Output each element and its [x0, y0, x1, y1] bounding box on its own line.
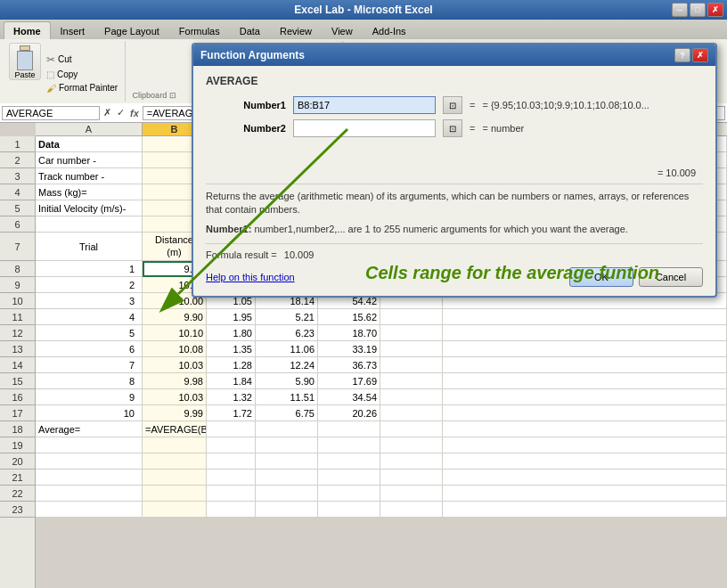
- cell-a1[interactable]: Data: [36, 136, 143, 152]
- row-15[interactable]: 15: [0, 373, 35, 389]
- cell-d16[interactable]: 11.51: [256, 389, 318, 405]
- row-7[interactable]: 7: [0, 233, 35, 261]
- tab-formulas[interactable]: Formulas: [169, 21, 230, 39]
- tab-view[interactable]: View: [322, 21, 363, 39]
- cell-b15[interactable]: 9.98: [143, 373, 207, 389]
- ok-button[interactable]: OK: [569, 267, 633, 287]
- number2-collapse-btn[interactable]: ⊡: [443, 119, 462, 137]
- row-17[interactable]: 17: [0, 405, 35, 421]
- cell-d15[interactable]: 5.90: [256, 373, 318, 389]
- cell-e14[interactable]: 36.73: [318, 357, 380, 373]
- row-3[interactable]: 3: [0, 168, 35, 184]
- cell-a9[interactable]: 2: [36, 277, 143, 293]
- cell-e16[interactable]: 34.54: [318, 389, 380, 405]
- cell-a6[interactable]: [36, 216, 143, 233]
- tab-home[interactable]: Home: [4, 21, 51, 39]
- row-2[interactable]: 2: [0, 152, 35, 168]
- cell-a5[interactable]: Initial Velocity (m/s)-: [36, 200, 143, 216]
- tab-data[interactable]: Data: [230, 21, 270, 39]
- cell-c15[interactable]: 1.84: [207, 373, 256, 389]
- tab-insert[interactable]: Insert: [51, 21, 95, 39]
- tab-addins[interactable]: Add-Ins: [363, 21, 416, 39]
- cell-c17[interactable]: 1.72: [207, 405, 256, 421]
- cell-d12[interactable]: 6.23: [256, 325, 318, 341]
- cell-b16[interactable]: 10.03: [143, 389, 207, 405]
- row-4[interactable]: 4: [0, 184, 35, 200]
- help-link[interactable]: Help on this function: [206, 272, 295, 282]
- cell-c12[interactable]: 1.80: [207, 325, 256, 341]
- cell-a4[interactable]: Mass (kg)=: [36, 184, 143, 200]
- name-box[interactable]: [2, 106, 100, 120]
- row-22[interactable]: 22: [0, 486, 35, 502]
- minimize-btn[interactable]: ─: [672, 3, 688, 17]
- row-1[interactable]: 1: [0, 136, 35, 152]
- dialog-title-controls[interactable]: ? ✗: [674, 48, 708, 62]
- cell-a11[interactable]: 4: [36, 309, 143, 325]
- row-23[interactable]: 23: [0, 502, 35, 518]
- row-12[interactable]: 12: [0, 325, 35, 341]
- cell-c14[interactable]: 1.28: [207, 357, 256, 373]
- cell-c16[interactable]: 1.32: [207, 389, 256, 405]
- cell-b18[interactable]: =AVERAGE(B8:B17): [143, 421, 207, 437]
- paste-button[interactable]: Paste: [9, 43, 41, 80]
- row-5[interactable]: 5: [0, 200, 35, 216]
- row-6[interactable]: 6: [0, 216, 35, 233]
- cell-e13[interactable]: 33.19: [318, 341, 380, 357]
- row-20[interactable]: 20: [0, 453, 35, 470]
- row-21[interactable]: 21: [0, 470, 35, 486]
- row-14[interactable]: 14: [0, 357, 35, 373]
- tab-review[interactable]: Review: [270, 21, 322, 39]
- cell-a14[interactable]: 7: [36, 357, 143, 373]
- cell-a2[interactable]: Car number -: [36, 152, 143, 168]
- close-btn[interactable]: ✗: [707, 3, 723, 17]
- cut-button[interactable]: ✂ Cut: [45, 53, 119, 67]
- cell-a12[interactable]: 5: [36, 325, 143, 341]
- cell-d13[interactable]: 11.06: [256, 341, 318, 357]
- confirm-btn[interactable]: ✓: [115, 107, 127, 118]
- cell-b12[interactable]: 10.10: [143, 325, 207, 341]
- cell-d14[interactable]: 12.24: [256, 357, 318, 373]
- col-header-a[interactable]: A: [36, 123, 143, 135]
- maximize-btn[interactable]: □: [690, 3, 706, 17]
- row-10[interactable]: 10: [0, 293, 35, 309]
- clipboard-expand-icon[interactable]: ⊡: [169, 91, 176, 100]
- cell-e12[interactable]: 18.70: [318, 325, 380, 341]
- row-13[interactable]: 13: [0, 341, 35, 357]
- cell-a13[interactable]: 6: [36, 341, 143, 357]
- cell-b14[interactable]: 10.03: [143, 357, 207, 373]
- format-painter-button[interactable]: 🖌 Format Painter: [45, 82, 119, 94]
- cell-e17[interactable]: 20.26: [318, 405, 380, 421]
- cell-a17[interactable]: 10: [36, 405, 143, 421]
- cell-c11[interactable]: 1.95: [207, 309, 256, 325]
- dialog-help-btn[interactable]: ?: [674, 48, 690, 62]
- row-16[interactable]: 16: [0, 389, 35, 405]
- cell-c13[interactable]: 1.35: [207, 341, 256, 357]
- cell-b11[interactable]: 9.90: [143, 309, 207, 325]
- cell-e15[interactable]: 17.69: [318, 373, 380, 389]
- cell-a7[interactable]: Trial: [36, 233, 143, 261]
- cell-a3[interactable]: Track number -: [36, 168, 143, 184]
- copy-button[interactable]: ⬚ Copy: [45, 69, 119, 80]
- row-11[interactable]: 11: [0, 309, 35, 325]
- function-arguments-dialog[interactable]: Function Arguments ? ✗ AVERAGE Number1 ⊡…: [192, 43, 717, 298]
- cell-a15[interactable]: 8: [36, 373, 143, 389]
- cancel-button[interactable]: Cancel: [639, 267, 703, 287]
- row-8[interactable]: 8: [0, 261, 35, 277]
- row-19[interactable]: 19: [0, 437, 35, 453]
- cell-a18[interactable]: Average=: [36, 421, 143, 437]
- cell-a8[interactable]: 1: [36, 261, 143, 277]
- cell-a10[interactable]: 3: [36, 293, 143, 309]
- cancel-btn[interactable]: ✗: [102, 107, 113, 118]
- cell-e11[interactable]: 15.62: [318, 309, 380, 325]
- number1-input[interactable]: [293, 96, 436, 114]
- cell-b13[interactable]: 10.08: [143, 341, 207, 357]
- cell-a16[interactable]: 9: [36, 389, 143, 405]
- tab-page-layout[interactable]: Page Layout: [94, 21, 169, 39]
- cell-d11[interactable]: 5.21: [256, 309, 318, 325]
- number2-input[interactable]: [293, 119, 436, 137]
- row-18[interactable]: 18: [0, 421, 35, 437]
- window-controls[interactable]: ─ □ ✗: [672, 3, 723, 17]
- number1-collapse-btn[interactable]: ⊡: [443, 96, 462, 114]
- cell-d17[interactable]: 6.75: [256, 405, 318, 421]
- row-9[interactable]: 9: [0, 277, 35, 293]
